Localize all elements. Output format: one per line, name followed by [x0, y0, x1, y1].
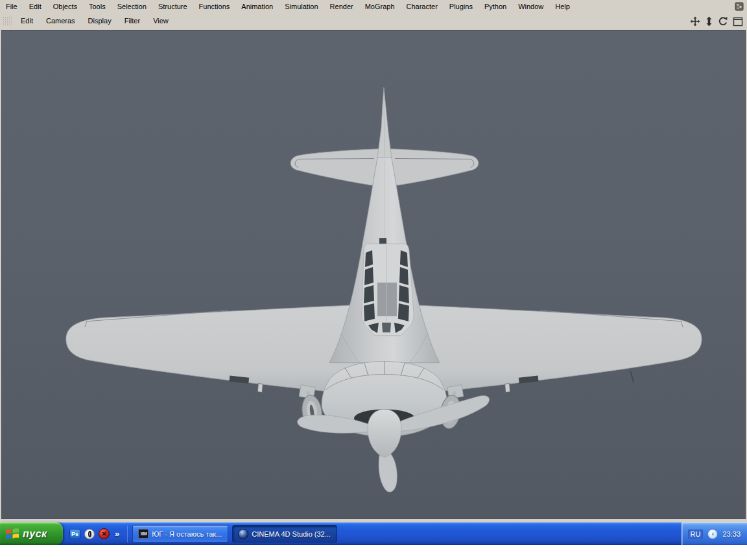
airplane-scene	[2, 30, 745, 519]
menu-render[interactable]: Render	[324, 0, 359, 14]
start-button[interactable]: пуск	[0, 522, 63, 545]
viewport-menu-cameras[interactable]: Cameras	[40, 14, 82, 29]
photoshop-icon[interactable]: Ps	[69, 529, 80, 539]
viewport-menu-display[interactable]: Display	[82, 14, 118, 29]
menu-window[interactable]: Window	[512, 0, 549, 14]
viewport-menu-edit[interactable]: Edit	[14, 14, 40, 29]
viewport-menu-bar: Edit Cameras Display Filter View	[0, 14, 747, 29]
menu-objects[interactable]: Objects	[47, 0, 83, 14]
airplane-model	[66, 88, 702, 492]
show-hidden-icons-button[interactable]: ‹	[707, 529, 718, 539]
screenshot-bottom-margin	[0, 545, 747, 560]
viewport-frame	[0, 29, 747, 522]
menu-functions[interactable]: Functions	[193, 0, 236, 14]
menu-plugins[interactable]: Plugins	[444, 0, 479, 14]
task-button-cinema4d[interactable]: CINEMA 4D Studio (32...	[232, 525, 337, 542]
cinema4d-icon	[238, 529, 248, 539]
canopy	[362, 238, 414, 336]
menu-simulation[interactable]: Simulation	[279, 0, 324, 14]
propeller-spinner	[368, 409, 401, 457]
tray-clock[interactable]: 23:33	[722, 530, 741, 538]
task-label: ЮГ - Я остаюсь так...	[152, 530, 222, 538]
layout-window-icon[interactable]	[735, 2, 744, 11]
menu-help[interactable]: Help	[549, 0, 576, 14]
taskbar-separator	[127, 526, 128, 542]
windows-flag-icon	[5, 528, 19, 540]
menu-mograph[interactable]: MoGraph	[359, 0, 401, 14]
viewport-canvas[interactable]	[1, 30, 746, 519]
menu-selection[interactable]: Selection	[112, 0, 152, 14]
menu-structure[interactable]: Structure	[152, 0, 193, 14]
menu-edit[interactable]: Edit	[23, 0, 47, 14]
viewport-nav-icons	[690, 16, 743, 27]
red-app-icon[interactable]: ✕	[99, 528, 110, 539]
menu-python[interactable]: Python	[479, 0, 512, 14]
start-label: пуск	[23, 528, 47, 540]
pan-icon[interactable]	[690, 16, 700, 27]
menu-tools[interactable]: Tools	[83, 0, 112, 14]
toolbar-grip-handle[interactable]	[3, 16, 12, 26]
menu-character[interactable]: Character	[401, 0, 444, 14]
menu-file[interactable]: File	[0, 0, 23, 14]
viewport-menu-view[interactable]: View	[147, 14, 175, 29]
opera-icon[interactable]	[84, 529, 95, 539]
language-indicator[interactable]: RU	[688, 530, 704, 539]
system-tray: RU ‹ 23:33	[682, 522, 747, 545]
rotate-icon[interactable]	[718, 16, 728, 27]
menu-animation[interactable]: Animation	[235, 0, 279, 14]
taskbar: пуск Ps ✕ » XM ЮГ - Я остаюсь так... CIN…	[0, 522, 747, 545]
task-button-music-player[interactable]: XM ЮГ - Я остаюсь так...	[132, 525, 228, 542]
maximize-view-icon[interactable]	[733, 17, 743, 27]
zoom-icon[interactable]	[705, 16, 713, 27]
main-menu-bar: File Edit Objects Tools Selection Struct…	[0, 0, 747, 14]
xm-player-icon: XM	[138, 529, 148, 539]
quick-launch-overflow-chevron[interactable]: »	[113, 529, 121, 539]
task-label: CINEMA 4D Studio (32...	[252, 530, 331, 538]
pitot-tube	[630, 371, 634, 383]
quick-launch-bar: Ps ✕ »	[63, 528, 126, 539]
viewport-menu-filter[interactable]: Filter	[118, 14, 147, 29]
